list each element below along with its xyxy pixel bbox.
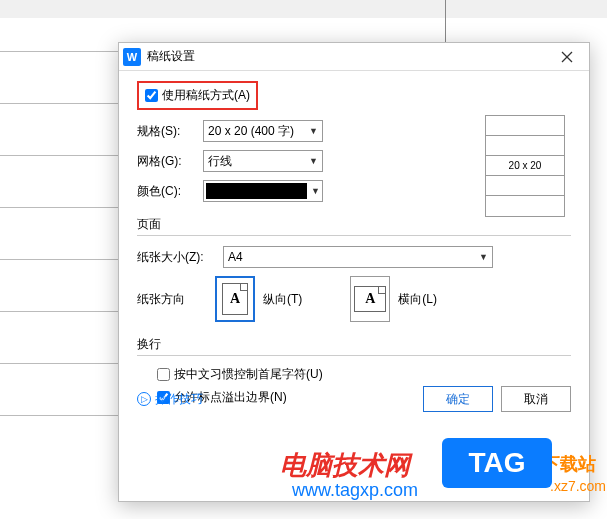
- spec-select[interactable]: 20 x 20 (400 字) ▼: [203, 120, 323, 142]
- landscape-option[interactable]: A: [350, 276, 390, 322]
- highlight-annotation: 使用稿纸方式(A): [137, 81, 258, 110]
- close-icon: [561, 51, 573, 63]
- use-grid-paper-label: 使用稿纸方式(A): [162, 87, 250, 104]
- tag-badge: TAG: [442, 438, 552, 488]
- grid-paper-settings-dialog: W 稿纸设置 使用稿纸方式(A) 规格(S): 20 x 20 (400 字) …: [118, 42, 590, 502]
- grid-value: 行线: [208, 153, 232, 170]
- use-grid-paper-input[interactable]: [145, 89, 158, 102]
- cancel-button[interactable]: 取消: [501, 386, 571, 412]
- grid-select[interactable]: 行线 ▼: [203, 150, 323, 172]
- wrap-cjk-input[interactable]: [157, 368, 170, 381]
- orientation-label: 纸张方向: [137, 291, 197, 308]
- tips-link[interactable]: ▷ 操作技巧: [137, 391, 203, 408]
- grid-label: 网格(G):: [137, 153, 197, 170]
- page-section-title: 页面: [137, 216, 571, 233]
- paper-size-select[interactable]: A4 ▼: [223, 246, 493, 268]
- chevron-down-icon: ▼: [479, 252, 488, 262]
- watermark-site1: 电脑技术网: [280, 448, 410, 483]
- portrait-label: 纵向(T): [263, 291, 302, 308]
- wrap-cjk-label: 按中文习惯控制首尾字符(U): [174, 366, 323, 383]
- chevron-down-icon: ▼: [309, 156, 318, 166]
- dialog-title: 稿纸设置: [147, 48, 549, 65]
- titlebar: W 稿纸设置: [119, 43, 589, 71]
- paper-size-value: A4: [228, 250, 243, 264]
- use-grid-paper-checkbox[interactable]: 使用稿纸方式(A): [145, 87, 250, 104]
- play-icon: ▷: [137, 392, 151, 406]
- wrap-section-title: 换行: [137, 336, 571, 353]
- landscape-label: 横向(L): [398, 291, 437, 308]
- tips-label: 操作技巧: [155, 391, 203, 408]
- watermark-url2: .xz7.com: [550, 478, 606, 494]
- watermark-url1: www.tagxp.com: [292, 480, 418, 501]
- color-label: 颜色(C):: [137, 183, 197, 200]
- chevron-down-icon: ▼: [309, 126, 318, 136]
- portrait-option[interactable]: A: [215, 276, 255, 322]
- preview-text: 20 x 20: [486, 156, 564, 176]
- app-icon: W: [123, 48, 141, 66]
- grid-preview: 20 x 20: [485, 115, 565, 217]
- color-swatch: [206, 183, 307, 199]
- close-button[interactable]: [549, 44, 585, 70]
- color-select[interactable]: ▼: [203, 180, 323, 202]
- ok-button[interactable]: 确定: [423, 386, 493, 412]
- spec-label: 规格(S):: [137, 123, 197, 140]
- spec-value: 20 x 20 (400 字): [208, 123, 294, 140]
- paper-size-label: 纸张大小(Z):: [137, 249, 217, 266]
- wrap-cjk-checkbox[interactable]: 按中文习惯控制首尾字符(U): [157, 366, 571, 383]
- chevron-down-icon: ▼: [311, 186, 320, 196]
